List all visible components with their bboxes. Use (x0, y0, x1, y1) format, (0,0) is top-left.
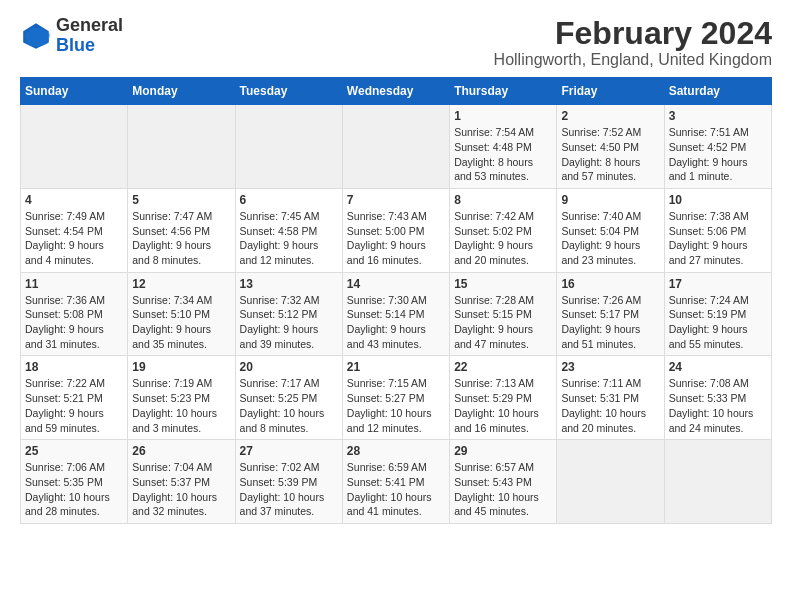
calendar-cell: 29Sunrise: 6:57 AMSunset: 5:43 PMDayligh… (450, 440, 557, 524)
weekday-header-sunday: Sunday (21, 78, 128, 105)
logo-icon (20, 20, 52, 52)
calendar-cell (21, 105, 128, 189)
day-number: 10 (669, 193, 767, 207)
day-info: Sunrise: 6:57 AMSunset: 5:43 PMDaylight:… (454, 460, 552, 519)
calendar-cell: 4Sunrise: 7:49 AMSunset: 4:54 PMDaylight… (21, 188, 128, 272)
day-info: Sunrise: 7:36 AMSunset: 5:08 PMDaylight:… (25, 293, 123, 352)
day-number: 1 (454, 109, 552, 123)
calendar-cell: 28Sunrise: 6:59 AMSunset: 5:41 PMDayligh… (342, 440, 449, 524)
day-info: Sunrise: 7:26 AMSunset: 5:17 PMDaylight:… (561, 293, 659, 352)
weekday-header-monday: Monday (128, 78, 235, 105)
day-number: 24 (669, 360, 767, 374)
calendar-cell: 6Sunrise: 7:45 AMSunset: 4:58 PMDaylight… (235, 188, 342, 272)
weekday-header-wednesday: Wednesday (342, 78, 449, 105)
calendar-cell: 7Sunrise: 7:43 AMSunset: 5:00 PMDaylight… (342, 188, 449, 272)
calendar-cell: 16Sunrise: 7:26 AMSunset: 5:17 PMDayligh… (557, 272, 664, 356)
day-info: Sunrise: 7:45 AMSunset: 4:58 PMDaylight:… (240, 209, 338, 268)
calendar-cell: 2Sunrise: 7:52 AMSunset: 4:50 PMDaylight… (557, 105, 664, 189)
day-number: 29 (454, 444, 552, 458)
day-number: 15 (454, 277, 552, 291)
day-number: 18 (25, 360, 123, 374)
day-info: Sunrise: 7:04 AMSunset: 5:37 PMDaylight:… (132, 460, 230, 519)
calendar-cell (664, 440, 771, 524)
calendar-cell: 12Sunrise: 7:34 AMSunset: 5:10 PMDayligh… (128, 272, 235, 356)
day-info: Sunrise: 7:40 AMSunset: 5:04 PMDaylight:… (561, 209, 659, 268)
calendar-cell: 19Sunrise: 7:19 AMSunset: 5:23 PMDayligh… (128, 356, 235, 440)
weekday-header-thursday: Thursday (450, 78, 557, 105)
weekday-header-row: SundayMondayTuesdayWednesdayThursdayFrid… (21, 78, 772, 105)
day-info: Sunrise: 7:02 AMSunset: 5:39 PMDaylight:… (240, 460, 338, 519)
calendar-cell: 10Sunrise: 7:38 AMSunset: 5:06 PMDayligh… (664, 188, 771, 272)
calendar-cell: 14Sunrise: 7:30 AMSunset: 5:14 PMDayligh… (342, 272, 449, 356)
day-info: Sunrise: 6:59 AMSunset: 5:41 PMDaylight:… (347, 460, 445, 519)
day-number: 17 (669, 277, 767, 291)
calendar-cell: 17Sunrise: 7:24 AMSunset: 5:19 PMDayligh… (664, 272, 771, 356)
day-info: Sunrise: 7:30 AMSunset: 5:14 PMDaylight:… (347, 293, 445, 352)
calendar-table: SundayMondayTuesdayWednesdayThursdayFrid… (20, 77, 772, 524)
weekday-header-saturday: Saturday (664, 78, 771, 105)
day-info: Sunrise: 7:49 AMSunset: 4:54 PMDaylight:… (25, 209, 123, 268)
day-info: Sunrise: 7:17 AMSunset: 5:25 PMDaylight:… (240, 376, 338, 435)
calendar-cell (128, 105, 235, 189)
calendar-cell (235, 105, 342, 189)
logo-blue: Blue (56, 36, 123, 56)
day-info: Sunrise: 7:43 AMSunset: 5:00 PMDaylight:… (347, 209, 445, 268)
day-number: 22 (454, 360, 552, 374)
calendar-cell: 27Sunrise: 7:02 AMSunset: 5:39 PMDayligh… (235, 440, 342, 524)
logo-general: General (56, 16, 123, 36)
calendar-cell: 3Sunrise: 7:51 AMSunset: 4:52 PMDaylight… (664, 105, 771, 189)
weekday-header-friday: Friday (557, 78, 664, 105)
calendar-week-row: 1Sunrise: 7:54 AMSunset: 4:48 PMDaylight… (21, 105, 772, 189)
page-title: February 2024 (494, 16, 772, 51)
day-info: Sunrise: 7:28 AMSunset: 5:15 PMDaylight:… (454, 293, 552, 352)
day-info: Sunrise: 7:13 AMSunset: 5:29 PMDaylight:… (454, 376, 552, 435)
calendar-cell: 11Sunrise: 7:36 AMSunset: 5:08 PMDayligh… (21, 272, 128, 356)
day-info: Sunrise: 7:47 AMSunset: 4:56 PMDaylight:… (132, 209, 230, 268)
day-info: Sunrise: 7:52 AMSunset: 4:50 PMDaylight:… (561, 125, 659, 184)
day-info: Sunrise: 7:08 AMSunset: 5:33 PMDaylight:… (669, 376, 767, 435)
day-number: 19 (132, 360, 230, 374)
calendar-cell: 20Sunrise: 7:17 AMSunset: 5:25 PMDayligh… (235, 356, 342, 440)
calendar-cell: 26Sunrise: 7:04 AMSunset: 5:37 PMDayligh… (128, 440, 235, 524)
day-number: 27 (240, 444, 338, 458)
calendar-cell: 9Sunrise: 7:40 AMSunset: 5:04 PMDaylight… (557, 188, 664, 272)
page-subtitle: Hollingworth, England, United Kingdom (494, 51, 772, 69)
day-number: 23 (561, 360, 659, 374)
calendar-cell (557, 440, 664, 524)
calendar-cell (342, 105, 449, 189)
calendar-cell: 25Sunrise: 7:06 AMSunset: 5:35 PMDayligh… (21, 440, 128, 524)
day-number: 20 (240, 360, 338, 374)
calendar-cell: 23Sunrise: 7:11 AMSunset: 5:31 PMDayligh… (557, 356, 664, 440)
calendar-cell: 22Sunrise: 7:13 AMSunset: 5:29 PMDayligh… (450, 356, 557, 440)
calendar-cell: 1Sunrise: 7:54 AMSunset: 4:48 PMDaylight… (450, 105, 557, 189)
weekday-header-tuesday: Tuesday (235, 78, 342, 105)
day-number: 21 (347, 360, 445, 374)
calendar-week-row: 4Sunrise: 7:49 AMSunset: 4:54 PMDaylight… (21, 188, 772, 272)
day-number: 5 (132, 193, 230, 207)
header: General Blue February 2024 Hollingworth,… (20, 16, 772, 69)
day-number: 2 (561, 109, 659, 123)
day-info: Sunrise: 7:19 AMSunset: 5:23 PMDaylight:… (132, 376, 230, 435)
day-info: Sunrise: 7:22 AMSunset: 5:21 PMDaylight:… (25, 376, 123, 435)
calendar-week-row: 18Sunrise: 7:22 AMSunset: 5:21 PMDayligh… (21, 356, 772, 440)
calendar-cell: 18Sunrise: 7:22 AMSunset: 5:21 PMDayligh… (21, 356, 128, 440)
day-number: 14 (347, 277, 445, 291)
day-number: 6 (240, 193, 338, 207)
day-info: Sunrise: 7:42 AMSunset: 5:02 PMDaylight:… (454, 209, 552, 268)
day-number: 8 (454, 193, 552, 207)
day-info: Sunrise: 7:24 AMSunset: 5:19 PMDaylight:… (669, 293, 767, 352)
calendar-cell: 8Sunrise: 7:42 AMSunset: 5:02 PMDaylight… (450, 188, 557, 272)
day-info: Sunrise: 7:15 AMSunset: 5:27 PMDaylight:… (347, 376, 445, 435)
calendar-cell: 24Sunrise: 7:08 AMSunset: 5:33 PMDayligh… (664, 356, 771, 440)
calendar-cell: 5Sunrise: 7:47 AMSunset: 4:56 PMDaylight… (128, 188, 235, 272)
day-number: 25 (25, 444, 123, 458)
day-number: 16 (561, 277, 659, 291)
day-info: Sunrise: 7:51 AMSunset: 4:52 PMDaylight:… (669, 125, 767, 184)
calendar-cell: 21Sunrise: 7:15 AMSunset: 5:27 PMDayligh… (342, 356, 449, 440)
day-number: 3 (669, 109, 767, 123)
day-number: 7 (347, 193, 445, 207)
day-number: 26 (132, 444, 230, 458)
calendar-week-row: 11Sunrise: 7:36 AMSunset: 5:08 PMDayligh… (21, 272, 772, 356)
day-info: Sunrise: 7:54 AMSunset: 4:48 PMDaylight:… (454, 125, 552, 184)
day-info: Sunrise: 7:34 AMSunset: 5:10 PMDaylight:… (132, 293, 230, 352)
